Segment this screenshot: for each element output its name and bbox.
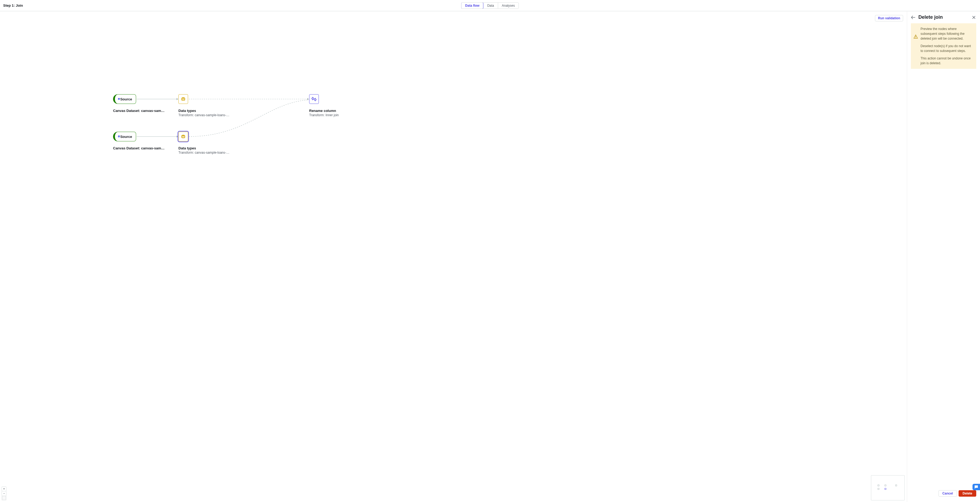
node-title: Canvas Dataset: canvas-sample-… <box>113 109 165 113</box>
close-button[interactable] <box>971 15 976 20</box>
node-title: Rename column <box>309 109 361 113</box>
transform-icon <box>311 97 317 101</box>
warning-icon <box>913 35 918 40</box>
node-label: Source <box>120 135 132 139</box>
node-title: Data types <box>178 109 231 113</box>
node-sub: Transform: canvas-sample-loans-part-… <box>178 151 231 154</box>
arrow-left-icon <box>911 16 915 19</box>
panel-title: Delete join <box>918 14 969 20</box>
node-sub: Transform: Inner join <box>309 113 361 117</box>
run-validation-button[interactable]: Run validation <box>875 15 903 21</box>
warning-line-3: This action cannot be undone once join i… <box>921 56 973 65</box>
chat-fab[interactable] <box>972 484 980 490</box>
flow-edges <box>0 11 337 220</box>
node-source-2[interactable]: Source Canvas Dataset: canvas-sample-… <box>113 132 167 150</box>
svg-point-5 <box>181 97 185 99</box>
flow-canvas[interactable]: Run validation Source Canvas Dataset: ca… <box>0 11 907 502</box>
zoom-out-button[interactable]: − <box>2 491 6 496</box>
node-title: Data types <box>178 146 231 150</box>
view-tabs: Data flow Data Analyses <box>461 2 519 9</box>
delete-button[interactable]: Delete <box>959 490 976 497</box>
tab-data[interactable]: Data <box>483 3 498 9</box>
database-icon <box>181 134 186 139</box>
minimap[interactable] <box>871 475 905 500</box>
fullscreen-icon <box>3 497 5 499</box>
node-rename-column[interactable]: Rename column Transform: Inner join <box>309 94 363 117</box>
zoom-in-button[interactable]: + <box>2 486 6 491</box>
tab-analyses[interactable]: Analyses <box>498 3 519 9</box>
side-panel: Delete join Preview the nodes where subs… <box>907 11 980 502</box>
warning-line-1: Preview the nodes where subsequent steps… <box>921 27 973 41</box>
svg-marker-3 <box>177 135 178 138</box>
warning-line-2: Deselect node(s) if you do not want to c… <box>921 44 973 53</box>
fullscreen-button[interactable] <box>2 496 6 500</box>
node-datatypes-2[interactable]: Data types Transform: canvas-sample-loan… <box>178 132 232 154</box>
top-bar: Step 1: Join Data flow Data Analyses <box>0 0 980 11</box>
svg-point-6 <box>181 135 185 136</box>
zoom-controls: + − <box>2 487 6 500</box>
close-icon <box>972 16 975 19</box>
cube-icon <box>118 97 120 101</box>
node-datatypes-1[interactable]: Data types Transform: canvas-sample-loan… <box>178 94 232 117</box>
page-title: Step 1: Join <box>3 3 23 8</box>
back-button[interactable] <box>911 15 916 20</box>
warning-box: Preview the nodes where subsequent steps… <box>911 23 976 69</box>
node-label: Source <box>120 97 132 101</box>
node-sub: Transform: canvas-sample-loans-part-… <box>178 113 231 117</box>
chat-icon <box>974 485 978 489</box>
tab-data-flow[interactable]: Data flow <box>461 2 483 9</box>
svg-rect-7 <box>915 36 916 37</box>
cube-icon <box>118 134 120 139</box>
node-title: Canvas Dataset: canvas-sample-… <box>113 146 165 150</box>
database-icon <box>181 97 186 102</box>
node-source-1[interactable]: Source Canvas Dataset: canvas-sample-… <box>113 94 167 113</box>
cancel-button[interactable]: Cancel <box>939 490 957 497</box>
svg-marker-1 <box>177 98 178 100</box>
